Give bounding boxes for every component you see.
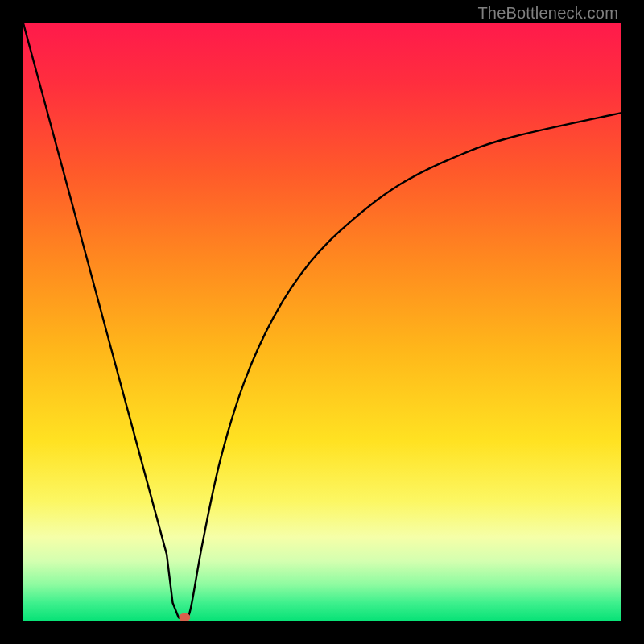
chart-frame xyxy=(23,23,621,621)
chart-background xyxy=(23,23,621,621)
attribution-text: TheBottleneck.com xyxy=(477,4,618,23)
chart-svg xyxy=(23,23,621,621)
